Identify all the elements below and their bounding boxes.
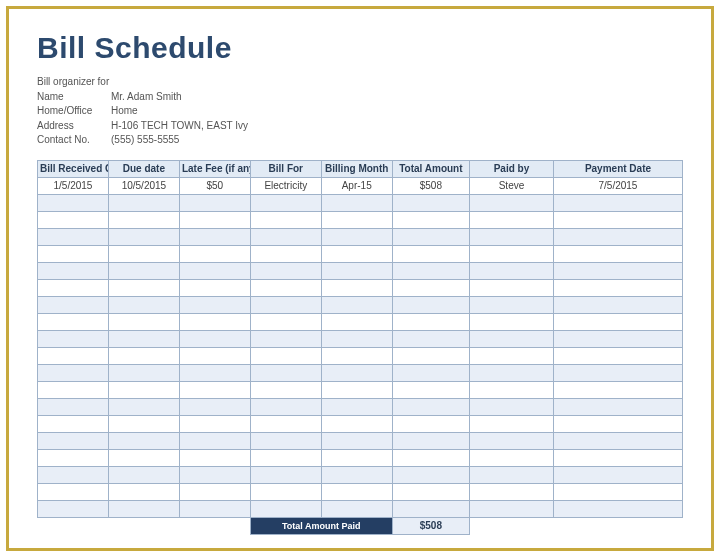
- cell-month: [321, 364, 392, 381]
- header-due: Due date: [108, 160, 179, 177]
- table-row: [38, 262, 683, 279]
- cell-paydate: [553, 228, 682, 245]
- table-row: [38, 449, 683, 466]
- cell-latefee: [179, 432, 250, 449]
- cell-billfor: [250, 313, 321, 330]
- cell-billfor: [250, 466, 321, 483]
- cell-total: [392, 330, 469, 347]
- table-row: [38, 381, 683, 398]
- cell-received: [38, 364, 109, 381]
- cell-due: [108, 466, 179, 483]
- cell-latefee: [179, 296, 250, 313]
- cell-paidby: [470, 415, 554, 432]
- table-header-row: Bill Received On Due date Late Fee (if a…: [38, 160, 683, 177]
- cell-received: [38, 211, 109, 228]
- cell-total: [392, 432, 469, 449]
- cell-month: [321, 466, 392, 483]
- cell-paydate: [553, 194, 682, 211]
- cell-due: [108, 449, 179, 466]
- cell-paidby: [470, 279, 554, 296]
- header-month: Billing Month: [321, 160, 392, 177]
- cell-received: [38, 381, 109, 398]
- cell-billfor: [250, 449, 321, 466]
- table-row: [38, 313, 683, 330]
- cell-month: [321, 330, 392, 347]
- bill-schedule-table: Bill Received On Due date Late Fee (if a…: [37, 160, 683, 535]
- cell-paydate: [553, 398, 682, 415]
- cell-latefee: [179, 211, 250, 228]
- cell-latefee: [179, 245, 250, 262]
- cell-total: [392, 500, 469, 517]
- cell-billfor: [250, 381, 321, 398]
- cell-total: [392, 313, 469, 330]
- header-paidby: Paid by: [470, 160, 554, 177]
- name-label: Name: [37, 90, 111, 105]
- cell-month: [321, 194, 392, 211]
- header-received: Bill Received On: [38, 160, 109, 177]
- cell-month: [321, 432, 392, 449]
- table-row: [38, 245, 683, 262]
- header-paydate: Payment Date: [553, 160, 682, 177]
- cell-month: [321, 211, 392, 228]
- cell-paidby: [470, 364, 554, 381]
- cell-due: [108, 364, 179, 381]
- cell-total: [392, 381, 469, 398]
- cell-total: [392, 228, 469, 245]
- table-row: 1/5/201510/5/2015$50ElectricityApr-15$50…: [38, 177, 683, 194]
- cell-paidby: [470, 245, 554, 262]
- cell-due: [108, 398, 179, 415]
- cell-paydate: [553, 432, 682, 449]
- cell-total: [392, 364, 469, 381]
- cell-billfor: [250, 211, 321, 228]
- cell-total: [392, 415, 469, 432]
- cell-billfor: [250, 347, 321, 364]
- table-row: [38, 466, 683, 483]
- homeoffice-label: Home/Office: [37, 104, 111, 119]
- cell-month: [321, 262, 392, 279]
- cell-month: [321, 381, 392, 398]
- cell-paidby: [470, 194, 554, 211]
- address-value: H-106 TECH TOWN, EAST Ivy: [111, 119, 248, 134]
- cell-billfor: [250, 483, 321, 500]
- cell-paydate: [553, 483, 682, 500]
- cell-paidby: [470, 228, 554, 245]
- cell-billfor: [250, 398, 321, 415]
- cell-paidby: [470, 432, 554, 449]
- cell-paidby: [470, 500, 554, 517]
- cell-billfor: Electricity: [250, 177, 321, 194]
- contact-label: Contact No.: [37, 133, 111, 148]
- cell-paidby: [470, 211, 554, 228]
- cell-billfor: [250, 279, 321, 296]
- cell-month: [321, 483, 392, 500]
- cell-latefee: [179, 330, 250, 347]
- cell-received: [38, 415, 109, 432]
- cell-billfor: [250, 228, 321, 245]
- cell-paydate: [553, 449, 682, 466]
- cell-due: [108, 347, 179, 364]
- table-row: [38, 483, 683, 500]
- table-row: [38, 228, 683, 245]
- cell-received: [38, 296, 109, 313]
- cell-paidby: [470, 330, 554, 347]
- table-row: [38, 364, 683, 381]
- cell-billfor: [250, 415, 321, 432]
- cell-due: [108, 228, 179, 245]
- cell-paydate: [553, 296, 682, 313]
- cell-paydate: [553, 364, 682, 381]
- cell-received: [38, 398, 109, 415]
- cell-latefee: [179, 262, 250, 279]
- total-row: Total Amount Paid $508: [38, 517, 683, 534]
- cell-billfor: [250, 296, 321, 313]
- cell-month: [321, 279, 392, 296]
- contact-value: (555) 555-5555: [111, 133, 179, 148]
- cell-received: [38, 330, 109, 347]
- table-row: [38, 296, 683, 313]
- table-row: [38, 347, 683, 364]
- address-label: Address: [37, 119, 111, 134]
- cell-due: 10/5/2015: [108, 177, 179, 194]
- cell-paydate: [553, 381, 682, 398]
- cell-latefee: [179, 415, 250, 432]
- cell-due: [108, 500, 179, 517]
- table-row: [38, 432, 683, 449]
- cell-month: [321, 313, 392, 330]
